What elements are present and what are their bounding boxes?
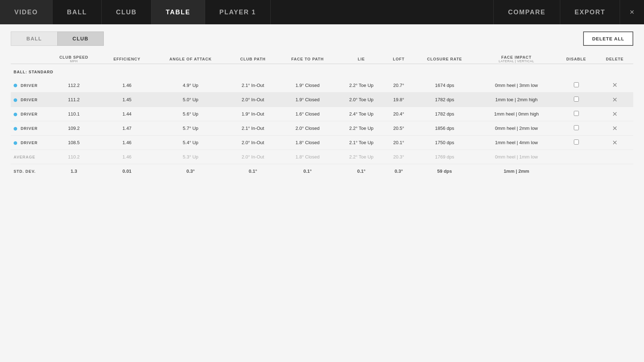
row-5-delete-cell[interactable]: ✕ [596, 136, 633, 150]
row-5-disable-cell[interactable] [556, 136, 596, 150]
stddev-row: STD. DEV. 1.3 0.01 0.3° 0.1° 0.1° 0.1° 0… [11, 164, 633, 178]
nav-ball[interactable]: BALL [53, 0, 102, 24]
row-5-closure-rate: 1750 dps [412, 136, 477, 150]
tab-ball[interactable]: BALL [11, 31, 57, 46]
stddev-club-path: 0.1° [228, 164, 277, 178]
row-4-disable-checkbox[interactable] [574, 125, 579, 130]
row-5-club-path: 2.0° In-Out [228, 136, 277, 150]
row-2-disable-checkbox[interactable] [574, 97, 579, 102]
nav-club[interactable]: CLUB [102, 0, 151, 24]
table-row: DRIVER 109.2 1.47 5.7° Up 2.1° In-Out 2.… [11, 121, 633, 136]
row-2-efficiency: 1.45 [101, 93, 153, 107]
average-loft: 20.3° [385, 150, 412, 164]
average-face-impact: 0mm heel | 1mm low [477, 150, 556, 164]
row-5-face-impact: 1mm heel | 4mm low [477, 136, 556, 150]
row-3-delete-button[interactable]: ✕ [612, 111, 618, 117]
table-row: DRIVER 110.1 1.44 5.6° Up 1.9° In-Out 1.… [11, 107, 633, 121]
row-4-delete-button[interactable]: ✕ [612, 125, 618, 132]
nav-close-button[interactable]: × [620, 0, 644, 24]
col-header-angle-of-attack: ANGLE OF ATTACK [153, 53, 228, 64]
row-2-face-path: 1.9° Closed [277, 93, 338, 107]
average-face-path: 1.8° Closed [277, 150, 338, 164]
row-4-lie: 2.2° Toe Up [338, 121, 385, 136]
row-2-disable-cell[interactable] [556, 93, 596, 107]
stddev-loft: 0.3° [385, 164, 412, 178]
delete-all-button[interactable]: DELETE ALL [583, 31, 633, 46]
table-row: DRIVER 108.5 1.46 5.4° Up 2.0° In-Out 1.… [11, 136, 633, 150]
table-header-row: CLUB SPEED MPH EFFICIENCY ANGLE OF ATTAC… [11, 53, 633, 64]
col-header-shot [11, 53, 47, 64]
row-2-delete-cell[interactable]: ✕ [596, 93, 633, 107]
row-1-efficiency: 1.46 [101, 78, 153, 93]
row-2-loft: 19.8° [385, 93, 412, 107]
row-3-delete-cell[interactable]: ✕ [596, 107, 633, 121]
row-1-loft: 20.7° [385, 78, 412, 93]
stddev-club-speed: 1.3 [47, 164, 101, 178]
col-header-face-impact: FACE IMPACT LATERAL | VERTICAL [477, 53, 556, 64]
tab-row: BALL CLUB DELETE ALL [11, 31, 633, 46]
average-closure-rate: 1769 dps [412, 150, 477, 164]
row-1-disable-checkbox[interactable] [574, 82, 579, 87]
row-3-efficiency: 1.44 [101, 107, 153, 121]
section-label: BALL: STANDARD [11, 64, 633, 78]
average-club-path: 2.0° In-Out [228, 150, 277, 164]
nav-player1[interactable]: PLAYER 1 [205, 0, 271, 24]
row-4-efficiency: 1.47 [101, 121, 153, 136]
row-2-club-speed: 111.2 [47, 93, 101, 107]
stddev-angle-of-attack: 0.3° [153, 164, 228, 178]
row-1-closure-rate: 1674 dps [412, 78, 477, 93]
row-5-delete-button[interactable]: ✕ [612, 140, 618, 146]
row-2-label: DRIVER [11, 93, 47, 107]
row-1-delete-cell[interactable]: ✕ [596, 78, 633, 93]
nav-right-group: COMPARE EXPORT × [493, 0, 644, 24]
row-1-club-path: 2.1° In-Out [228, 78, 277, 93]
row-2-delete-button[interactable]: ✕ [612, 97, 618, 103]
row-5-disable-checkbox[interactable] [574, 140, 579, 145]
nav-video[interactable]: VIDEO [0, 0, 53, 24]
row-5-label: DRIVER [11, 136, 47, 150]
table-row: DRIVER 111.2 1.45 5.0° Up 2.0° In-Out 1.… [11, 93, 633, 107]
row-3-closure-rate: 1782 dps [412, 107, 477, 121]
row-4-label: DRIVER [11, 121, 47, 136]
row-5-club-speed: 108.5 [47, 136, 101, 150]
nav-compare[interactable]: COMPARE [493, 0, 560, 24]
stddev-lie: 0.1° [338, 164, 385, 178]
row-1-delete-button[interactable]: ✕ [612, 82, 618, 88]
row-1-disable-cell[interactable] [556, 78, 596, 93]
nav-table[interactable]: TABLE [151, 0, 205, 24]
tab-club[interactable]: CLUB [57, 31, 104, 46]
row-4-club-path: 2.1° In-Out [228, 121, 277, 136]
row-5-loft: 20.1° [385, 136, 412, 150]
average-row: AVERAGE 110.2 1.46 5.3° Up 2.0° In-Out 1… [11, 150, 633, 164]
stddev-closure-rate: 59 dps [412, 164, 477, 178]
row-4-delete-cell[interactable]: ✕ [596, 121, 633, 136]
row-2-closure-rate: 1782 dps [412, 93, 477, 107]
row-1-face-impact: 0mm heel | 3mm low [477, 78, 556, 93]
row-4-closure-rate: 1856 dps [412, 121, 477, 136]
row-3-disable-checkbox[interactable] [574, 111, 579, 116]
row-1-label: DRIVER [11, 78, 47, 93]
row-1-club-speed: 112.2 [47, 78, 101, 93]
average-efficiency: 1.46 [101, 150, 153, 164]
row-4-face-path: 2.0° Closed [277, 121, 338, 136]
col-header-club-speed: CLUB SPEED MPH [47, 53, 101, 64]
average-lie: 2.2° Toe Up [338, 150, 385, 164]
row-3-disable-cell[interactable] [556, 107, 596, 121]
average-label: AVERAGE [11, 150, 47, 164]
row-5-efficiency: 1.46 [101, 136, 153, 150]
row-3-club-path: 1.9° In-Out [228, 107, 277, 121]
row-2-club-path: 2.0° In-Out [228, 93, 277, 107]
row-4-disable-cell[interactable] [556, 121, 596, 136]
row-5-face-path: 1.8° Closed [277, 136, 338, 150]
row-1-dot [14, 84, 17, 87]
col-header-disable: DISABLE [556, 53, 596, 64]
data-table: CLUB SPEED MPH EFFICIENCY ANGLE OF ATTAC… [11, 53, 633, 178]
col-header-closure-rate: CLOSURE RATE [412, 53, 477, 64]
col-header-delete: DELETE [596, 53, 633, 64]
average-club-speed: 110.2 [47, 150, 101, 164]
col-header-efficiency: EFFICIENCY [101, 53, 153, 64]
row-2-angle-of-attack: 5.0° Up [153, 93, 228, 107]
col-header-club-path: CLUB PATH [228, 53, 277, 64]
average-angle-of-attack: 5.3° Up [153, 150, 228, 164]
nav-export[interactable]: EXPORT [560, 0, 620, 24]
